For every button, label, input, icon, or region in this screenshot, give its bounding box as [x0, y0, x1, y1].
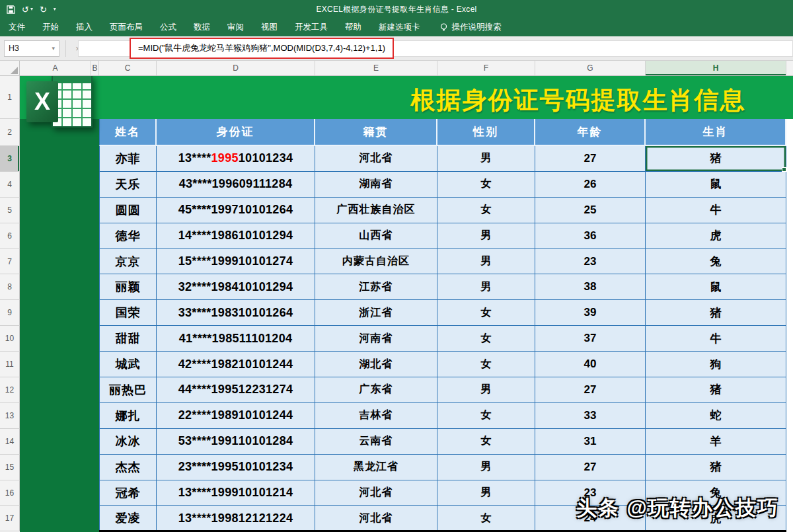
cell-F15[interactable]: 男 [437, 455, 535, 480]
cell-H7[interactable]: 兔 [646, 249, 786, 275]
cell-E6[interactable]: 山西省 [315, 223, 437, 249]
cell-G10[interactable]: 37 [535, 326, 646, 352]
table-header-id[interactable]: 身份证 [157, 119, 315, 146]
column-header-C[interactable]: C [99, 61, 157, 75]
cell-G15[interactable]: 27 [535, 455, 646, 480]
row-header-15[interactable]: 15 [0, 455, 20, 480]
cell-C14[interactable]: 冰冰 [99, 429, 157, 455]
cell-F13[interactable]: 女 [437, 403, 535, 429]
cell-E15[interactable]: 黑龙江省 [315, 455, 437, 480]
cell-F12[interactable]: 男 [437, 377, 535, 403]
column-header-H[interactable]: H [646, 61, 786, 75]
cell-E7[interactable]: 内蒙古自治区 [315, 249, 437, 275]
ribbon-tab-7[interactable]: 视图 [252, 19, 286, 36]
cell-E13[interactable]: 吉林省 [315, 403, 437, 429]
ribbon-tab-0[interactable]: 文件 [0, 19, 34, 36]
formula-text[interactable]: =MID("鼠牛虎兔龙蛇马羊猴鸡狗猪",MOD(MID(D3,7,4)-4,12… [138, 42, 385, 54]
cell-E14[interactable]: 云南省 [315, 429, 437, 455]
cell-H13[interactable]: 蛇 [646, 403, 786, 429]
cell-D5[interactable]: 45****199710101264 [157, 198, 315, 223]
table-header-name[interactable]: 姓名 [99, 119, 157, 146]
cell-F17[interactable]: 女 [437, 506, 535, 531]
cell-F8[interactable]: 男 [437, 274, 535, 300]
row-header-16[interactable]: 16 [0, 480, 20, 506]
cell-D7[interactable]: 15****199910101274 [157, 249, 315, 275]
cell-G12[interactable]: 27 [535, 377, 646, 403]
cell-E3[interactable]: 河北省 [315, 146, 437, 172]
cell-D17[interactable]: 13****199812121224 [157, 506, 315, 531]
cell-E8[interactable]: 江苏省 [315, 274, 437, 300]
cell-D16[interactable]: 13****199910101214 [157, 480, 315, 506]
tell-me-search[interactable]: 操作说明搜索 [439, 22, 502, 33]
cell-F7[interactable]: 男 [437, 249, 535, 275]
column-header-B[interactable]: B [91, 61, 99, 75]
ribbon-tab-4[interactable]: 公式 [151, 19, 185, 36]
row-header-4[interactable]: 4 [0, 172, 20, 198]
cell-F6[interactable]: 男 [437, 223, 535, 249]
row-header-3[interactable]: 3 [0, 146, 20, 172]
cell-D6[interactable]: 14****198610101294 [157, 223, 315, 249]
cell-G11[interactable]: 40 [535, 352, 646, 377]
cell-H9[interactable]: 猪 [646, 300, 786, 326]
cell-H10[interactable]: 牛 [646, 326, 786, 352]
name-box-dropdown-icon[interactable]: ▾ [52, 45, 55, 52]
cell-H5[interactable]: 牛 [646, 198, 786, 223]
column-header-G[interactable]: G [535, 61, 646, 75]
ribbon-tab-6[interactable]: 审阅 [219, 19, 252, 36]
column-header-F[interactable]: F [437, 61, 535, 75]
ribbon-tab-10[interactable]: 新建选项卡 [370, 19, 429, 36]
row-header-5[interactable]: 5 [0, 198, 20, 223]
cell-G6[interactable]: 36 [535, 223, 646, 249]
cell-C15[interactable]: 杰杰 [99, 455, 157, 480]
cell-C10[interactable]: 甜甜 [99, 326, 157, 352]
cell-G5[interactable]: 25 [535, 198, 646, 223]
cell-D15[interactable]: 23****199510101234 [157, 455, 315, 480]
cell-F3[interactable]: 男 [437, 146, 535, 172]
cell-G7[interactable]: 23 [535, 249, 646, 275]
table-header-region[interactable]: 籍贯 [315, 119, 437, 146]
cell-G4[interactable]: 26 [535, 172, 646, 198]
cell-C12[interactable]: 丽热巴 [99, 377, 157, 403]
row-header-2[interactable]: 2 [0, 119, 20, 146]
cell-C16[interactable]: 冠希 [99, 480, 157, 506]
ribbon-tab-1[interactable]: 开始 [34, 19, 67, 36]
cell-C3[interactable]: 亦菲 [99, 146, 157, 172]
ribbon-tab-9[interactable]: 帮助 [336, 19, 370, 36]
cell-C9[interactable]: 国荣 [99, 300, 157, 326]
cell-D10[interactable]: 41****198511101204 [157, 326, 315, 352]
cell-H8[interactable]: 鼠 [646, 274, 786, 300]
undo-icon[interactable]: ↺ ▾ [22, 5, 33, 14]
cell-H3[interactable]: 猪 [646, 146, 786, 172]
row-header-10[interactable]: 10 [0, 326, 20, 352]
ribbon-tab-5[interactable]: 数据 [185, 19, 219, 36]
row-header-13[interactable]: 13 [0, 403, 20, 429]
cell-F10[interactable]: 女 [437, 326, 535, 352]
cell-G8[interactable]: 38 [535, 274, 646, 300]
cell-E11[interactable]: 湖北省 [315, 352, 437, 377]
name-box[interactable]: H3 ▾ [4, 40, 59, 57]
cell-F5[interactable]: 女 [437, 198, 535, 223]
cell-F11[interactable]: 女 [437, 352, 535, 377]
cell-E10[interactable]: 河南省 [315, 326, 437, 352]
column-header-D[interactable]: D [157, 61, 315, 75]
cell-D8[interactable]: 32****198410101294 [157, 274, 315, 300]
cell-E16[interactable]: 河北省 [315, 480, 437, 506]
column-header-E[interactable]: E [315, 61, 437, 75]
ribbon-tab-2[interactable]: 插入 [67, 19, 101, 36]
cell-C7[interactable]: 京京 [99, 249, 157, 275]
cell-H11[interactable]: 狗 [646, 352, 786, 377]
cell-E17[interactable]: 河北省 [315, 506, 437, 531]
save-icon[interactable] [7, 5, 15, 14]
cell-C5[interactable]: 圆圆 [99, 198, 157, 223]
cell-D3[interactable]: 13****199510101234 [157, 146, 315, 172]
cell-C11[interactable]: 城武 [99, 352, 157, 377]
cell-D4[interactable]: 43****199609111284 [157, 172, 315, 198]
cell-C17[interactable]: 爱凌 [99, 506, 157, 531]
cell-H6[interactable]: 虎 [646, 223, 786, 249]
cell-G13[interactable]: 33 [535, 403, 646, 429]
cell-C8[interactable]: 丽颖 [99, 274, 157, 300]
cell-C13[interactable]: 娜扎 [99, 403, 157, 429]
cell-E4[interactable]: 湖南省 [315, 172, 437, 198]
cell-E5[interactable]: 广西壮族自治区 [315, 198, 437, 223]
cell-H15[interactable]: 猪 [646, 455, 786, 480]
